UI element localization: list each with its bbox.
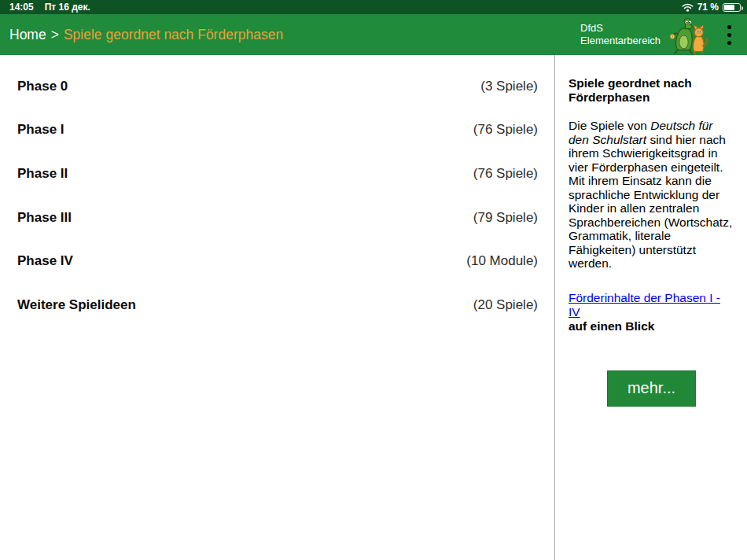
list-item-phase-2[interactable]: Phase II (76 Spiele) xyxy=(0,152,554,196)
breadcrumb-home-link[interactable]: Home xyxy=(9,27,46,42)
breadcrumb: Home>Spiele geordnet nach Förderphasen xyxy=(9,27,283,43)
kebab-menu-icon[interactable] xyxy=(719,19,739,50)
phase-label: Phase III xyxy=(17,210,72,226)
wifi-icon xyxy=(682,3,694,12)
phase-label: Phase I xyxy=(17,122,64,138)
phase-count: (76 Spiele) xyxy=(473,122,538,138)
nav-bar: Home>Spiele geordnet nach Förderphasen D… xyxy=(0,14,747,55)
list-item-phase-4[interactable]: Phase IV (10 Module) xyxy=(0,239,554,283)
app-title-line1: DfdS xyxy=(580,22,661,35)
phase-label: Phase II xyxy=(17,166,68,182)
sidebar-heading: Spiele geordnet nach Förderphasen xyxy=(569,76,734,105)
status-date: Пт 16 дек. xyxy=(45,2,90,13)
list-item-phase-1[interactable]: Phase I (76 Spiele) xyxy=(0,109,554,153)
phase-label: Phase 0 xyxy=(17,79,68,94)
link-suffix-text: auf einen Blick xyxy=(569,319,654,333)
list-item-phase-3[interactable]: Phase III (79 Spiele) xyxy=(0,196,554,240)
app-title: DfdS Elementarbereich xyxy=(580,22,661,47)
info-sidebar: Spiele geordnet nach Förderphasen Die Sp… xyxy=(555,55,747,560)
phase-count: (3 Spiele) xyxy=(480,79,538,94)
foerderinhalte-link[interactable]: Förderinhalte der Phasen I - IV xyxy=(569,291,720,319)
phase-count: (76 Spiele) xyxy=(473,166,538,182)
mascot-dragon-cat-image xyxy=(668,16,712,55)
phase-count: (20 Spiele) xyxy=(473,297,538,313)
mehr-button[interactable]: mehr... xyxy=(607,370,696,407)
breadcrumb-current-page: Spiele geordnet nach Förderphasen xyxy=(64,27,283,42)
paragraph-pre: Die Spiele von xyxy=(569,119,650,132)
battery-percent: 71 % xyxy=(697,2,719,13)
list-item-weitere-spielideen[interactable]: Weitere Spielideen (20 Spiele) xyxy=(0,283,554,327)
app-screen: 14:05 Пт 16 дек. 71 % Home>Spiele geordn… xyxy=(0,0,747,560)
breadcrumb-separator: > xyxy=(51,27,59,42)
list-item-phase-0[interactable]: Phase 0 (3 Spiele) xyxy=(0,64,554,109)
app-title-line2: Elementarbereich xyxy=(580,35,661,47)
phase-count: (79 Spiele) xyxy=(473,210,538,226)
sidebar-link-block: Förderinhalte der Phasen I - IV auf eine… xyxy=(569,291,734,333)
phase-list: Phase 0 (3 Spiele) Phase I (76 Spiele) P… xyxy=(0,55,554,560)
content-area: Phase 0 (3 Spiele) Phase I (76 Spiele) P… xyxy=(0,55,747,560)
sidebar-paragraph: Die Spiele von Deutsch für den Schulstar… xyxy=(569,119,734,271)
paragraph-post: sind hier nach ihrem Schwierigkeitsgrad … xyxy=(569,133,732,271)
phase-label: Weitere Spielideen xyxy=(17,297,136,313)
phase-count: (10 Module) xyxy=(466,253,538,269)
battery-icon xyxy=(723,3,741,12)
phase-label: Phase IV xyxy=(17,253,73,269)
status-time: 14:05 xyxy=(9,2,34,13)
status-bar: 14:05 Пт 16 дек. 71 % xyxy=(0,0,747,14)
